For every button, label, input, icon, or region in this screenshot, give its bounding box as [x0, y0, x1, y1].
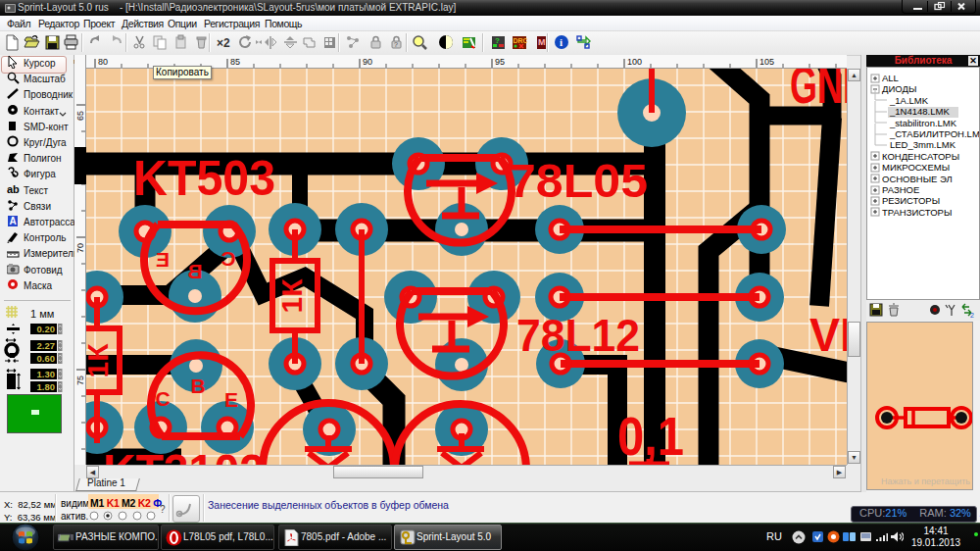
svg-text:78L12: 78L12 [516, 309, 640, 361]
svg-text:РАЗНОЕ: РАЗНОЕ [882, 184, 919, 195]
svg-text:1К: 1К [86, 343, 114, 378]
svg-text:85: 85 [230, 57, 240, 67]
svg-text:65: 65 [75, 111, 85, 121]
svg-text:KT503: KT503 [133, 151, 275, 206]
svg-text:?: ? [495, 36, 500, 45]
svg-text:В: В [187, 260, 202, 282]
svg-text:LED_3mm.LMK: LED_3mm.LMK [890, 139, 956, 150]
svg-text:80: 80 [98, 57, 108, 67]
svg-text:_stabilitron.LMK: _stabilitron.LMK [889, 118, 957, 128]
svg-text:_СТАБИЛИТРОН.LMK: _СТАБИЛИТРОН.LMK [889, 128, 980, 139]
svg-text:2: 2 [970, 312, 974, 319]
svg-text:Е: Е [224, 388, 238, 411]
svg-text:90: 90 [363, 57, 372, 67]
svg-text:DRC: DRC [514, 37, 528, 44]
svg-text:95: 95 [495, 57, 505, 67]
svg-text:A: A [10, 216, 17, 226]
svg-text:78L05: 78L05 [509, 155, 648, 207]
svg-text:МИКРОСХЕМЫ: МИКРОСХЕМЫ [882, 162, 950, 173]
svg-text:_1A.LMK: _1A.LMK [889, 95, 929, 106]
svg-text:×2: ×2 [217, 36, 230, 50]
svg-text:КОНДЕНСАТОРЫ: КОНДЕНСАТОРЫ [882, 151, 959, 162]
svg-text:Е: Е [156, 248, 170, 271]
svg-text:105: 105 [760, 57, 774, 67]
svg-text:С: С [220, 247, 235, 270]
svg-text:70: 70 [75, 243, 85, 253]
svg-text:0,1: 0,1 [617, 406, 684, 465]
svg-text:РЕЗИСТОРЫ: РЕЗИСТОРЫ [882, 195, 940, 206]
svg-text:1К: 1К [275, 278, 308, 314]
svg-text:ТРАНЗИСТОРЫ: ТРАНЗИСТОРЫ [882, 207, 952, 218]
svg-text:В: В [190, 375, 205, 397]
svg-text:GND: GND [790, 69, 847, 114]
svg-text:75: 75 [75, 376, 85, 385]
svg-text:ALL: ALL [882, 73, 899, 83]
svg-text:M: M [538, 37, 546, 47]
svg-text:VP: VP [809, 309, 847, 361]
svg-text:?: ? [394, 41, 398, 48]
svg-text:100: 100 [627, 57, 642, 67]
svg-text:KT3102: KT3102 [103, 444, 265, 465]
svg-text:i: i [560, 36, 563, 48]
svg-text:ДИОДЫ: ДИОДЫ [882, 83, 916, 94]
svg-text:С: С [155, 387, 170, 410]
svg-text:_1N4148.LMK: _1N4148.LMK [889, 106, 950, 117]
svg-text:ОСНОВНЫЕ ЭЛ: ОСНОВНЫЕ ЭЛ [882, 174, 953, 184]
svg-text:ab|: ab| [7, 183, 20, 195]
